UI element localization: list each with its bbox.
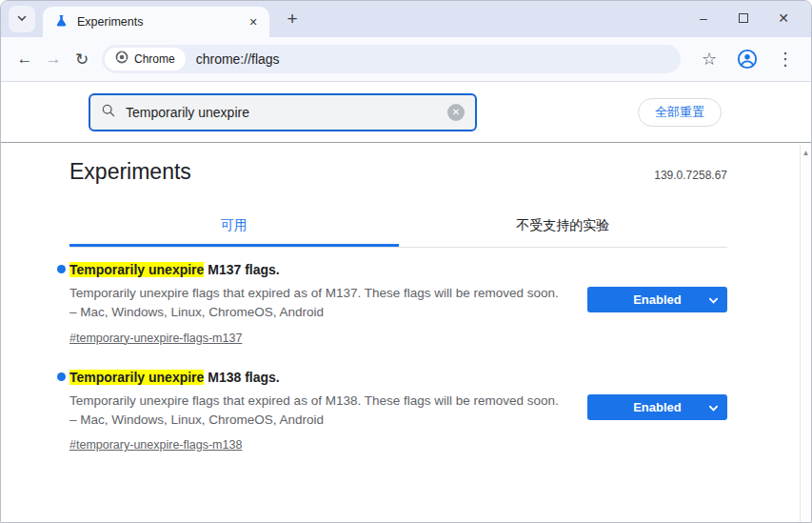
blue-dot-icon (57, 265, 66, 273)
select-value: Enabled (633, 400, 682, 414)
browser-toolbar: ← → ↻ Chrome chrome://flags ☆ ⋮ (1, 37, 811, 81)
reset-all-button[interactable]: 全部重置 (638, 98, 722, 127)
search-highlight: Temporarily unexpire (69, 370, 204, 385)
blue-dot-icon (57, 372, 66, 381)
version-number: 139.0.7258.67 (654, 169, 727, 185)
flag-select-dropdown[interactable]: Enabled (587, 287, 727, 312)
chip-label: Chrome (134, 52, 175, 66)
flag-permalink[interactable]: #temporary-unexpire-flags-m137 (69, 332, 242, 345)
flag-title: Temporarily unexpire M137 flags. (69, 261, 566, 278)
browser-tab-experiments[interactable]: Experiments ✕ (43, 7, 269, 37)
scroll-up-icon[interactable]: ▲ (801, 145, 811, 157)
chevron-down-icon (16, 10, 28, 28)
flag-title-rest: M137 flags. (204, 262, 279, 277)
flag-title-rest: M138 flags. (204, 370, 279, 385)
title-row: Experiments 139.0.7258.67 (69, 143, 727, 185)
clear-search-icon[interactable]: ✕ (447, 104, 465, 121)
flags-page: ✕ 全部重置 Experiments 139.0.7258.67 可用 不受支持… (1, 82, 811, 523)
browser-window: Experiments ✕ + – ✕ ← → ↻ Chrome chrome:… (0, 0, 812, 523)
flags-tab-bar: 可用 不受支持的实验 (69, 209, 727, 248)
flags-scroll-area: Experiments 139.0.7258.67 可用 不受支持的实验 Tem… (1, 143, 811, 522)
flag-text: Temporarily unexpire M137 flags. Tempora… (69, 261, 587, 346)
search-icon (101, 103, 116, 122)
toolbar-actions: ☆ ⋮ (695, 45, 802, 73)
chrome-logo-icon (115, 50, 129, 68)
window-controls: – ✕ (683, 1, 803, 35)
flags-search-box[interactable]: ✕ (89, 93, 477, 131)
tab-close-icon[interactable]: ✕ (245, 13, 262, 30)
back-button[interactable]: ← (10, 45, 39, 73)
flag-title: Temporarily unexpire M138 flags. (69, 369, 566, 386)
tab-title: Experiments (77, 15, 245, 29)
tab-unavailable[interactable]: 不受支持的实验 (399, 209, 728, 247)
new-tab-button[interactable]: + (279, 6, 306, 32)
flag-permalink[interactable]: #temporary-unexpire-flags-m138 (69, 438, 242, 452)
flag-description: Temporarily unexpire flags that expired … (69, 284, 566, 323)
menu-kebab-icon[interactable]: ⋮ (771, 45, 800, 73)
profile-avatar[interactable] (733, 45, 762, 73)
chevron-down-icon (708, 294, 719, 309)
close-button[interactable]: ✕ (763, 1, 803, 35)
tab-available[interactable]: 可用 (69, 209, 399, 247)
search-input[interactable] (126, 105, 447, 120)
maximize-button[interactable] (723, 1, 763, 35)
search-highlight: Temporarily unexpire (69, 262, 204, 277)
page-title: Experiments (69, 159, 191, 185)
flag-description: Temporarily unexpire flags that expired … (69, 392, 566, 431)
chrome-url-chip[interactable]: Chrome (105, 48, 186, 70)
flags-search-header: ✕ 全部重置 (1, 82, 811, 143)
address-bar[interactable]: Chrome chrome://flags (102, 45, 681, 73)
flag-entry-m138: Temporarily unexpire M138 flags. Tempora… (69, 369, 727, 453)
page-scrollbar[interactable]: ▲ (800, 145, 811, 522)
chevron-down-icon (708, 402, 719, 416)
select-value: Enabled (633, 292, 682, 307)
tab-search-button[interactable] (9, 6, 35, 32)
flag-control: Enabled (587, 261, 727, 346)
flag-control: Enabled (587, 369, 727, 453)
minimize-button[interactable]: – (683, 1, 723, 35)
flag-select-dropdown[interactable]: Enabled (587, 394, 727, 420)
tab-strip: Experiments ✕ + – ✕ (1, 1, 811, 37)
flag-entry-m137: Temporarily unexpire M137 flags. Tempora… (69, 261, 727, 346)
flag-text: Temporarily unexpire M138 flags. Tempora… (69, 369, 587, 453)
flags-list: Temporarily unexpire M137 flags. Tempora… (69, 261, 727, 453)
maximize-icon (739, 13, 748, 23)
reload-button[interactable]: ↻ (68, 45, 96, 73)
url-text: chrome://flags (196, 51, 280, 67)
flask-icon (54, 13, 69, 31)
forward-button[interactable]: → (39, 45, 68, 73)
bookmark-star-icon[interactable]: ☆ (695, 45, 723, 73)
